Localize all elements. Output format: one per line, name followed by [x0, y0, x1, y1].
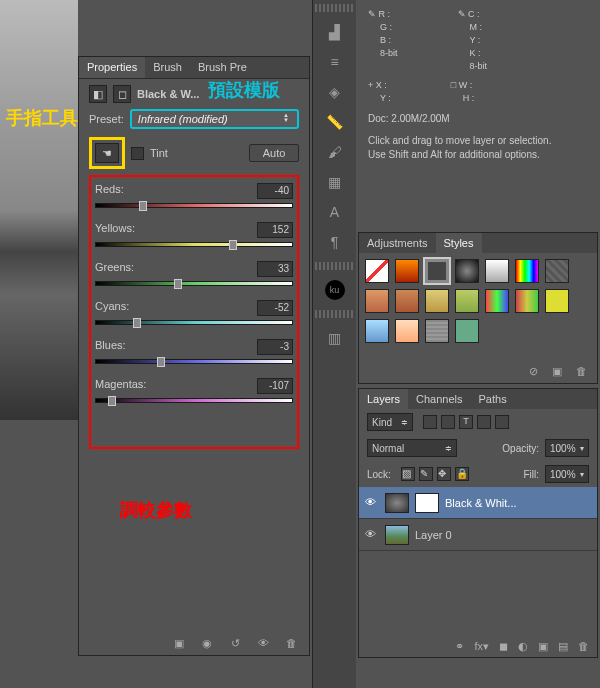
style-swatch[interactable] — [455, 289, 479, 313]
style-swatch[interactable] — [455, 319, 479, 343]
slider-track[interactable] — [95, 320, 293, 325]
blend-mode-dropdown[interactable]: Normal≑ — [367, 439, 457, 457]
opacity-input[interactable]: 100%▾ — [545, 439, 589, 457]
slider-thumb[interactable] — [133, 318, 141, 328]
lock-position-icon[interactable]: ✥ — [437, 467, 451, 481]
slider-thumb[interactable] — [174, 279, 182, 289]
style-swatch-selected[interactable] — [425, 259, 449, 283]
slider-thumb[interactable] — [139, 201, 147, 211]
grip-icon[interactable] — [315, 310, 355, 318]
slider-value-input[interactable]: -40 — [257, 183, 293, 199]
mask-icon[interactable]: ◼ — [499, 640, 508, 653]
measure-icon[interactable]: 📏 — [325, 112, 345, 132]
layer-row[interactable]: 👁 Layer 0 — [359, 519, 597, 551]
visibility-icon[interactable]: 👁 — [255, 637, 271, 651]
tab-properties[interactable]: Properties — [79, 57, 145, 78]
slider-value-input[interactable]: 152 — [257, 222, 293, 238]
visibility-toggle-icon[interactable]: 👁 — [365, 528, 379, 542]
3d-icon[interactable]: ◈ — [325, 82, 345, 102]
lock-transparent-icon[interactable]: ▨ — [401, 467, 415, 481]
tab-paths[interactable]: Paths — [471, 389, 515, 409]
mask-icon[interactable]: ◻ — [113, 85, 131, 103]
paragraph-icon[interactable]: ¶ — [325, 232, 345, 252]
fill-input[interactable]: 100%▾ — [545, 465, 589, 483]
trash-icon[interactable]: 🗑 — [573, 365, 589, 379]
style-swatch[interactable] — [395, 319, 419, 343]
style-swatch[interactable] — [395, 259, 419, 283]
fx-icon[interactable]: fx▾ — [474, 640, 489, 653]
slider-value-input[interactable]: 33 — [257, 261, 293, 277]
tab-styles[interactable]: Styles — [436, 233, 482, 253]
style-none[interactable] — [365, 259, 389, 283]
wh-readout: □ W : H : — [451, 79, 475, 105]
slider-track[interactable] — [95, 359, 293, 364]
style-swatch[interactable] — [485, 289, 509, 313]
filter-pixel-icon[interactable] — [423, 415, 437, 429]
group-icon[interactable]: ▣ — [538, 640, 548, 653]
slider-thumb[interactable] — [229, 240, 237, 250]
swatch-strip-icon[interactable]: ▦ — [325, 172, 345, 192]
grip-icon[interactable] — [315, 4, 355, 12]
preset-dropdown[interactable]: Infrared (modified) ▲▼ — [130, 109, 299, 129]
slider-value-input[interactable]: -3 — [257, 339, 293, 355]
slider-track[interactable] — [95, 203, 293, 208]
grip-icon[interactable] — [315, 262, 355, 270]
auto-button[interactable]: Auto — [249, 144, 299, 162]
mask-thumb[interactable] — [415, 493, 439, 513]
slider-track[interactable] — [95, 242, 293, 247]
trash-icon[interactable]: 🗑 — [283, 637, 299, 651]
clear-style-icon[interactable]: ⊘ — [525, 365, 541, 379]
lock-all-icon[interactable]: 🔒 — [455, 467, 469, 481]
tab-brush[interactable]: Brush — [145, 57, 190, 78]
style-swatch[interactable] — [545, 289, 569, 313]
style-swatch[interactable] — [365, 319, 389, 343]
slider-thumb[interactable] — [108, 396, 116, 406]
new-layer-icon[interactable]: ▤ — [558, 640, 568, 653]
visibility-toggle-icon[interactable]: 👁 — [365, 496, 379, 510]
slider-track[interactable] — [95, 281, 293, 286]
slider-track[interactable] — [95, 398, 293, 403]
type-icon[interactable]: A — [325, 202, 345, 222]
trash-icon[interactable]: 🗑 — [578, 640, 589, 653]
new-style-icon[interactable]: ▣ — [549, 365, 565, 379]
style-swatch[interactable] — [365, 289, 389, 313]
layer-row[interactable]: 👁 Black & Whit... — [359, 487, 597, 519]
tint-checkbox[interactable] — [131, 147, 144, 160]
slider-value-input[interactable]: -52 — [257, 300, 293, 316]
slider-label: Reds: — [95, 183, 124, 199]
slider-value-input[interactable]: -107 — [257, 378, 293, 394]
tab-adjustments[interactable]: Adjustments — [359, 233, 436, 253]
slider-label: Greens: — [95, 261, 134, 277]
reset-icon[interactable]: ↺ — [227, 637, 243, 651]
style-swatch[interactable] — [455, 259, 479, 283]
grid-icon[interactable]: ▥ — [325, 328, 345, 348]
layer-name[interactable]: Black & Whit... — [445, 497, 517, 509]
filter-smart-icon[interactable] — [495, 415, 509, 429]
style-swatch[interactable] — [395, 289, 419, 313]
style-swatch[interactable] — [545, 259, 569, 283]
style-swatch[interactable] — [425, 319, 449, 343]
slider-thumb[interactable] — [157, 357, 165, 367]
layer-name[interactable]: Layer 0 — [415, 529, 452, 541]
notes-icon[interactable]: ≡ — [325, 52, 345, 72]
style-swatch[interactable] — [515, 259, 539, 283]
tab-channels[interactable]: Channels — [408, 389, 470, 409]
filter-shape-icon[interactable] — [477, 415, 491, 429]
filter-kind-dropdown[interactable]: Kind≑ — [367, 413, 413, 431]
prev-state-icon[interactable]: ◉ — [199, 637, 215, 651]
filter-adjust-icon[interactable] — [441, 415, 455, 429]
style-swatch[interactable] — [485, 259, 509, 283]
brush-strip-icon[interactable]: 🖌 — [325, 142, 345, 162]
tab-brush-presets[interactable]: Brush Pre — [190, 57, 255, 78]
lock-image-icon[interactable]: ✎ — [419, 467, 433, 481]
kuler-icon[interactable]: ku — [325, 280, 345, 300]
style-swatch[interactable] — [425, 289, 449, 313]
tab-layers[interactable]: Layers — [359, 389, 408, 409]
fill-adjust-icon[interactable]: ◐ — [518, 640, 528, 653]
style-swatch[interactable] — [515, 289, 539, 313]
targeted-adjustment-tool[interactable]: ☚ — [95, 143, 119, 163]
link-layers-icon[interactable]: ⚭ — [455, 640, 464, 653]
filter-type-icon[interactable]: T — [459, 415, 473, 429]
clip-icon[interactable]: ▣ — [171, 637, 187, 651]
histogram-icon[interactable]: ▟ — [325, 22, 345, 42]
